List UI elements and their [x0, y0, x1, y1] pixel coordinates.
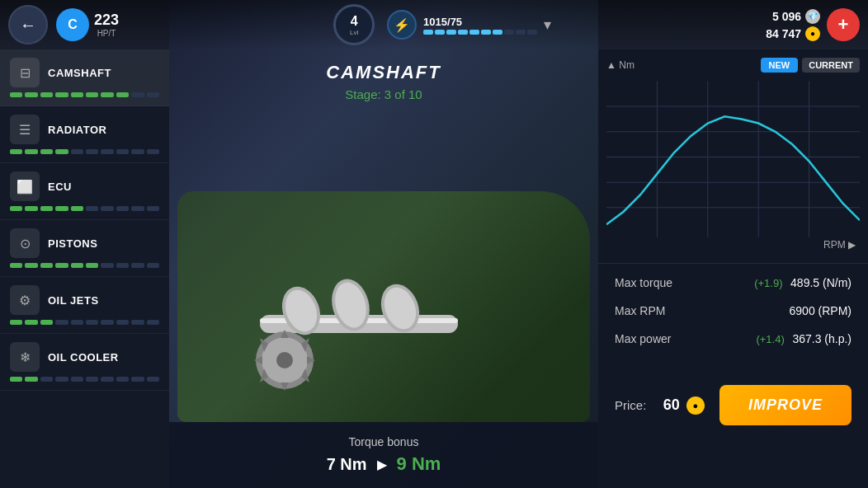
bar-2: [40, 320, 53, 325]
sidebar-item-ecu[interactable]: ⬜ECU: [0, 163, 169, 220]
bar-5: [86, 263, 98, 268]
stage-info: Stage: 3 of 10: [182, 87, 586, 101]
legend-badges: NEW CURRENT: [761, 58, 860, 73]
energy-dot-10: [527, 30, 537, 35]
torque-values: 7 Nm ▶ 9 Nm: [327, 453, 441, 475]
energy-dot-5: [469, 30, 479, 35]
energy-dot-4: [458, 30, 468, 35]
badge-current: CURRENT: [802, 58, 860, 73]
stat-row-1: Max RPM6900 (RPM): [615, 304, 851, 317]
sidebar-item-oil-jets[interactable]: ⚙OIL JETS: [0, 277, 169, 334]
bar-6: [101, 149, 113, 154]
header: ← C 223 HP/T 4 Lvl ⚡ 1015/75: [0, 0, 868, 49]
energy-dropdown-icon[interactable]: ▾: [544, 16, 551, 34]
gems-value: 5 096: [772, 10, 801, 23]
sidebar-item-oil-cooler[interactable]: ❄OIL COOLER: [0, 334, 169, 391]
bar-0: [10, 149, 22, 154]
currency-section: 5 096 💎 84 747 ●: [766, 9, 820, 41]
stat-value-2: (+1.4) 367.3 (h.p.): [756, 332, 851, 345]
price-label: Price:: [615, 398, 646, 412]
hp-unit: HP/T: [97, 29, 116, 38]
chart-header: ▲ Nm NEW CURRENT: [606, 58, 860, 73]
bar-0: [10, 377, 22, 382]
bar-4: [71, 320, 83, 325]
bar-7: [116, 92, 129, 97]
badge-new: NEW: [761, 58, 799, 73]
energy-icon: ⚡: [387, 10, 417, 40]
bar-8: [131, 320, 144, 325]
energy-section: ⚡ 1015/75 ▾: [387, 10, 551, 40]
gem-icon: 💎: [805, 9, 820, 24]
bar-1: [25, 149, 37, 154]
bar-4: [71, 377, 83, 382]
pistons-icon: ⊙: [10, 228, 40, 258]
bar-2: [40, 149, 53, 154]
improve-button[interactable]: IMPROVE: [719, 385, 851, 425]
level-circle: 4 Lvl: [333, 4, 375, 45]
torque-old-value: 7 Nm: [327, 455, 367, 474]
bar-9: [147, 263, 159, 268]
bar-8: [131, 377, 144, 382]
bar-5: [86, 206, 98, 211]
stat-row-2: Max power(+1.4) 367.3 (h.p.): [615, 332, 851, 345]
bar-9: [147, 149, 159, 154]
main-top: CAMSHAFT Stage: 3 of 10: [169, 49, 598, 114]
bar-0: [10, 92, 22, 97]
level-number: 4: [351, 14, 358, 29]
right-panel: ▲ Nm NEW CURRENT RPM ▶ Max torque(+1.9) …: [598, 49, 868, 488]
back-button[interactable]: ←: [8, 5, 48, 45]
svg-point-10: [276, 352, 293, 368]
bar-4: [71, 263, 83, 268]
gold-icon: ●: [805, 26, 820, 41]
oil-jets-progress-bars: [10, 320, 159, 325]
radiator-icon: ☰: [10, 115, 40, 144]
level-badge: C: [56, 8, 89, 41]
pistons-label: PISTONS: [48, 237, 97, 250]
energy-dot-8: [504, 30, 514, 35]
bar-6: [101, 92, 113, 97]
bar-3: [55, 263, 68, 268]
bar-5: [86, 320, 98, 325]
gold-value: 84 747: [766, 27, 801, 40]
bar-4: [71, 92, 83, 97]
stat-row-0: Max torque(+1.9) 489.5 (N/m): [615, 276, 851, 289]
stat-label-0: Max torque: [615, 276, 672, 289]
header-right: 5 096 💎 84 747 ● +: [766, 8, 860, 41]
sidebar-item-pistons[interactable]: ⊙PISTONS: [0, 220, 169, 277]
hp-display: 223 HP/T: [94, 12, 119, 38]
bar-9: [147, 92, 159, 97]
sidebar-item-radiator[interactable]: ☰RADIATOR: [0, 106, 169, 163]
nm-label: ▲ Nm: [606, 59, 634, 71]
level-text: Lvl: [350, 29, 358, 36]
chart-area: ▲ Nm NEW CURRENT RPM ▶: [598, 49, 868, 264]
camshaft-image: [235, 232, 483, 414]
stat-bonus-0: (+1.9): [754, 277, 785, 289]
bar-7: [116, 377, 129, 382]
bar-9: [147, 206, 159, 211]
gems-row: 5 096 💎: [772, 9, 820, 24]
sidebar: ⊟CAMSHAFT☰RADIATOR⬜ECU⊙PISTONS⚙OIL JETS❄…: [0, 49, 169, 488]
energy-dot-1: [423, 30, 433, 35]
bottom-bar: Torque bonus 7 Nm ▶ 9 Nm: [169, 422, 598, 488]
sidebar-item-camshaft[interactable]: ⊟CAMSHAFT: [0, 49, 169, 106]
stats-area: Max torque(+1.9) 489.5 (N/m)Max RPM6900 …: [598, 264, 868, 373]
energy-bar-area: 1015/75: [423, 16, 537, 35]
ecu-label: ECU: [48, 181, 72, 193]
bar-0: [10, 263, 22, 268]
torque-arrow-icon: ▶: [377, 457, 387, 472]
add-currency-button[interactable]: +: [827, 8, 860, 41]
energy-values: 1015/75: [423, 16, 537, 28]
bar-8: [131, 149, 144, 154]
bar-7: [116, 263, 129, 268]
hp-value: 223: [94, 12, 119, 29]
bar-1: [25, 92, 37, 97]
oil-cooler-label: OIL COOLER: [48, 351, 119, 364]
stat-bonus-2: (+1.4): [756, 333, 787, 345]
price-coin-icon: ●: [686, 396, 705, 415]
bar-3: [55, 92, 68, 97]
energy-dot-6: [481, 30, 491, 35]
bar-0: [10, 206, 22, 211]
bar-4: [71, 149, 83, 154]
bar-5: [86, 149, 98, 154]
improve-section: Price: 60 ● IMPROVE: [598, 377, 868, 434]
